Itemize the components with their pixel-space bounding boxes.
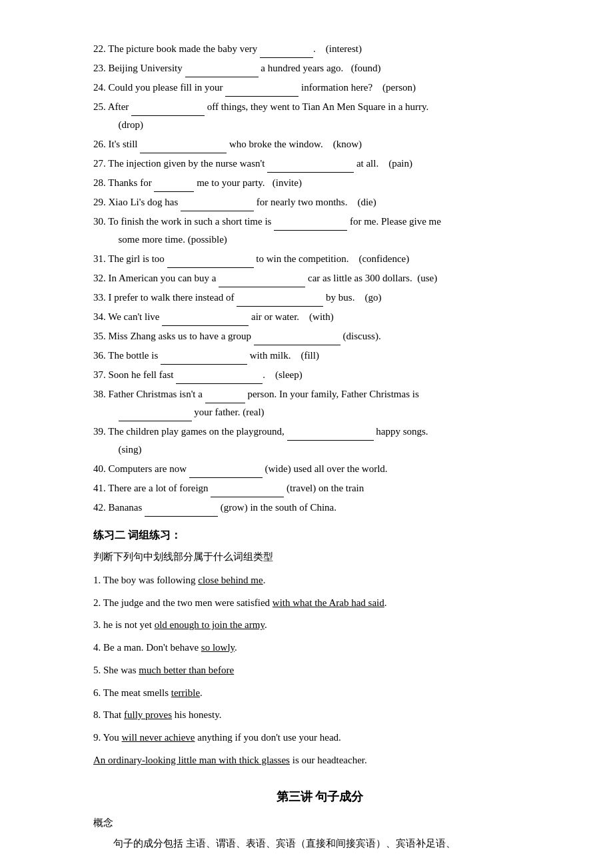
phrase-item-8: 8. That fully proves his honesty. <box>93 706 546 725</box>
item-26-text: 26. It's still <box>93 139 140 149</box>
item-28-after: me to your party. (invite) <box>194 177 302 188</box>
chapter-title: 第三讲 句子成分 <box>93 786 546 807</box>
item-40: 40. Computers are now (wide) used all ov… <box>93 460 546 478</box>
item-28: 28. Thanks for me to your party. (invite… <box>93 174 546 192</box>
item-38: 38. Father Christmas isn't a person. In … <box>93 385 546 421</box>
item-41-text: 41. There are a lot of foreign <box>93 483 211 493</box>
item-32: 32. In American you can buy a car as lit… <box>93 269 546 287</box>
item-31: 31. The girl is too to win the competiti… <box>93 250 546 268</box>
blank-31 <box>167 257 254 268</box>
item-22-after: . (interest) <box>313 43 362 54</box>
phrase-2-after: . <box>384 597 387 608</box>
blank-40 <box>189 467 263 478</box>
phrase-list: 1. The boy was following close behind me… <box>93 571 546 770</box>
item-26: 26. It's still who broke the window. (kn… <box>93 135 546 153</box>
blank-39 <box>287 430 374 441</box>
item-22: 22. The picture book made the baby very … <box>93 40 546 58</box>
blank-38a <box>205 393 245 403</box>
phrase-item-1: 1. The boy was following close behind me… <box>93 571 546 590</box>
blank-29 <box>181 201 254 211</box>
item-22-num: 22. The picture book made the baby very <box>93 43 260 54</box>
item-38-text: 38. Father Christmas isn't a <box>93 389 205 399</box>
item-36-text: 36. The bottle is <box>93 350 161 361</box>
phrase-5-text: 5. She was <box>93 665 139 675</box>
item-37: 37. Soon he fell fast . (sleep) <box>93 366 546 384</box>
phrase-item-6: 6. The meat smells terrible. <box>93 684 546 703</box>
item-34-after: air or water. (with) <box>249 311 333 322</box>
item-27-after: at all. (pain) <box>354 158 412 169</box>
phrase-1-underline: close behind me <box>198 575 263 585</box>
item-29-text: 29. Xiao Li's dog has <box>93 197 181 207</box>
item-24-text: 24. Could you please fill in your <box>93 82 225 93</box>
item-30-wrap: some more time. (possible) <box>119 231 547 249</box>
phrase-4-after: . <box>235 642 237 653</box>
blank-28 <box>154 181 194 192</box>
phrase-1-num: 1. The boy was following <box>93 575 198 585</box>
item-31-text: 31. The girl is too <box>93 253 167 264</box>
item-25-after: off things, they went to Tian An Men Squ… <box>205 101 428 112</box>
phrase-2-text: 2. The judge and the two men were satisf… <box>93 597 273 608</box>
blank-24 <box>225 86 299 97</box>
item-33-text: 33. I prefer to walk there instead of <box>93 292 237 303</box>
phrase-3-text: 3. he is not yet <box>93 619 155 630</box>
item-42: 42. Bananas (grow) in the south of China… <box>93 499 546 517</box>
section2-title: 练习二 词组练习： <box>93 526 546 545</box>
item-32-after: car as little as 300 dollars. (use) <box>305 273 437 283</box>
item-23-text: 23. Beijing University <box>93 63 185 73</box>
item-39: 39. The children play games on the playg… <box>93 423 546 459</box>
item-28-text: 28. Thanks for <box>93 177 154 188</box>
phrase-9-underline: will never achieve <box>122 732 195 743</box>
phrase-4-underline: so lowly <box>201 642 235 653</box>
phrase-item-9: 9. You will never achieve anything if yo… <box>93 729 546 747</box>
phrase-8-after: his honesty. <box>172 709 221 720</box>
phrase-9-text: 9. You <box>93 732 122 743</box>
item-38-mid: person. In your family, Father Christmas… <box>245 389 419 399</box>
item-32-text: 32. In American you can buy a <box>93 273 219 283</box>
item-30: 30. To finish the work in such a short t… <box>93 213 546 249</box>
blank-42 <box>145 506 218 517</box>
item-33-after: by bus. (go) <box>323 292 381 303</box>
phrase-6-underline: terrible <box>171 687 200 698</box>
phrase-8-underline: fully proves <box>124 709 172 720</box>
blank-32 <box>219 277 305 287</box>
item-39-wrap: (sing) <box>119 441 547 459</box>
blank-41 <box>211 487 284 497</box>
phrase-item-10: An ordinary-looking little man with thic… <box>93 751 546 770</box>
concept-label: 概念 <box>93 814 546 832</box>
item-27-text: 27. The injection given by the nurse was… <box>93 158 267 169</box>
phrase-10-after: is our headteacher. <box>290 755 367 765</box>
item-34-text: 34. We can't live <box>93 311 162 322</box>
item-39-after: happy songs. <box>374 426 428 437</box>
item-31-after: to win the competition. (confidence) <box>254 253 410 264</box>
blank-25 <box>131 105 205 116</box>
item-29: 29. Xiao Li's dog has for nearly two mon… <box>93 193 546 211</box>
item-42-text: 42. Bananas <box>93 502 145 513</box>
item-25: 25. After off things, they went to Tian … <box>93 98 546 134</box>
item-36-after: with milk. (fill) <box>247 350 319 361</box>
phrase-item-2: 2. The judge and the two men were satisf… <box>93 594 546 613</box>
item-26-after: who broke the window. (know) <box>227 139 362 149</box>
item-35: 35. Miss Zhang asks us to have a group (… <box>93 327 546 345</box>
blank-35 <box>254 335 340 345</box>
phrase-2-underline: with what the Arab had said <box>273 597 384 608</box>
item-38-wrap: your father. (real) <box>119 403 547 421</box>
item-36: 36. The bottle is with milk. (fill) <box>93 347 546 365</box>
item-30-after: for me. Please give me <box>347 216 441 227</box>
concept-body: 句子的成分包括 主语、谓语、表语、宾语（直接和间接宾语）、宾语补足语、 <box>93 835 546 853</box>
item-40-text: 40. Computers are now <box>93 463 189 474</box>
phrase-3-underline: old enough to join the army <box>155 619 265 630</box>
item-29-after: for nearly two months. (die) <box>254 197 376 207</box>
item-34: 34. We can't live air or water. (with) <box>93 308 546 326</box>
item-37-text: 37. Soon he fell fast <box>93 369 176 380</box>
item-23: 23. Beijing University a hundred years a… <box>93 59 546 77</box>
phrase-4-text: 4. Be a man. Don't behave <box>93 642 201 653</box>
phrase-10-underline: An ordinary-looking little man with thic… <box>93 755 290 765</box>
item-40-after: (wide) used all over the world. <box>263 463 388 474</box>
phrase-3-after: . <box>265 619 267 630</box>
fill-blank-list: 22. The picture book made the baby very … <box>93 40 546 517</box>
item-35-after: (discuss). <box>340 331 381 341</box>
phrase-8-text: 8. That <box>93 709 124 720</box>
blank-38b <box>119 411 192 421</box>
phrase-6-text: 6. The meat smells <box>93 687 171 698</box>
item-27: 27. The injection given by the nurse was… <box>93 155 546 173</box>
